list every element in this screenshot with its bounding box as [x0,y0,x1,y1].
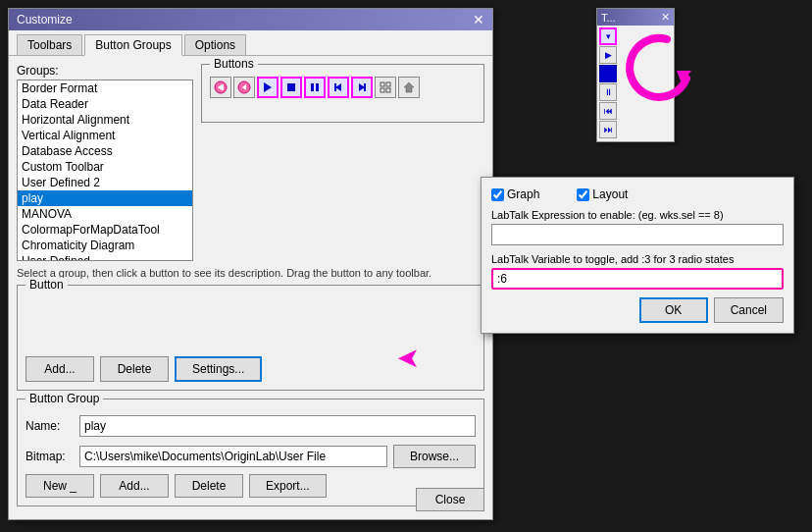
browse-button[interactable]: Browse... [393,445,476,468]
bitmap-label: Bitmap: [25,450,79,463]
svg-rect-13 [381,82,384,86]
dialog-titlebar: Customize ✕ [9,9,492,30]
svg-marker-5 [264,82,272,92]
groups-section: Groups: Border Format Data Reader Horizo… [17,64,193,261]
svg-rect-6 [287,83,295,91]
settings-checkboxes-row: Graph Layout [491,187,784,201]
bitmap-input[interactable] [79,446,387,467]
delete-button[interactable]: Delete [100,356,169,382]
buttons-section: Buttons [201,64,484,261]
svg-marker-17 [404,82,414,92]
list-item[interactable]: Chromaticity Diagram [18,238,192,253]
buttons-groupbox: Buttons [201,64,484,123]
toolbar-mini-titlebar: T... ✕ [597,9,674,26]
button-groupbox: Button Add... Delete Settings... [17,285,484,391]
arrow-indicator: ➤ [397,342,420,374]
groups-buttons-row: Groups: Border Format Data Reader Horizo… [17,64,484,261]
list-item-database-access[interactable]: Database Access [18,143,192,159]
list-item[interactable]: Data Reader [18,96,192,112]
toolbar-mini-title-text: T... [601,12,616,24]
list-item[interactable]: Horizontal Alignment [18,112,192,128]
svg-rect-10 [334,83,336,91]
new-button[interactable]: New _ [25,474,94,498]
delete-group-button[interactable]: Delete [175,474,243,498]
expression-label: LabTalk Expression to enable: (eg. wks.s… [491,209,784,221]
tm-btn-blue2[interactable]: ⏸ [599,83,617,101]
tm-btn-play[interactable]: ▶ [599,46,617,64]
btn-next[interactable] [351,77,373,98]
btn-pause[interactable] [304,77,326,98]
groups-label: Groups: [17,64,193,78]
tm-btn-blue3[interactable]: ⏮ [599,102,617,120]
list-item[interactable]: Vertical Alignment [18,128,192,143]
groups-listbox[interactable]: Border Format Data Reader Horizontal Ali… [17,80,193,261]
tab-options[interactable]: Options [184,34,246,55]
layout-checkbox[interactable] [577,188,589,201]
btn-play[interactable] [257,77,279,98]
settings-button[interactable]: Settings... [175,356,262,382]
pink-arrow-decoration [618,29,696,108]
svg-rect-12 [364,83,366,91]
name-label: Name: [25,419,79,433]
name-input[interactable] [79,415,476,437]
buttons-legend: Buttons [210,57,258,71]
button-group-legend: Button Group [25,392,103,405]
btn-home[interactable] [398,77,420,98]
tm-btn-dropdown[interactable]: ▾ [599,27,617,45]
tm-row-6: ⏭ [599,121,672,138]
customize-dialog: Customize ✕ Toolbars Button Groups Optio… [8,8,493,520]
buttons-row [210,77,476,98]
tm-btn-blue1[interactable] [599,65,617,82]
dialog-footer: Close [416,488,484,511]
settings-dialog: Graph Layout LabTalk Expression to enabl… [481,177,794,334]
svg-rect-15 [381,88,384,92]
close-button[interactable]: Close [416,488,484,511]
variable-input[interactable] [491,268,784,290]
list-item[interactable]: User Defined 2 [18,175,192,190]
cancel-button[interactable]: Cancel [714,297,784,323]
hint-text: Select a group, then click a button to s… [17,267,484,279]
list-item[interactable]: ColormapForMapDataTool [18,222,192,238]
btn-rewind[interactable] [210,77,231,98]
btn-stop[interactable] [280,77,302,98]
button-legend: Button [25,278,68,292]
list-item-play[interactable]: play [18,190,192,206]
dialog-content: Groups: Border Format Data Reader Horizo… [9,56,492,522]
add-button[interactable]: Add... [25,356,94,382]
layout-label: Layout [592,187,628,201]
settings-btn-row: OK Cancel [491,297,784,323]
add-group-button[interactable]: Add... [100,474,169,498]
list-item[interactable]: MANOVA [18,206,192,222]
svg-rect-2 [222,84,224,90]
btn-prev[interactable] [328,77,349,98]
svg-rect-16 [386,88,390,92]
variable-label: LabTalk Variable to toggle, add :3 for 3… [491,253,784,265]
btn-grid[interactable] [375,77,396,98]
group-actions-row: New _ Add... Delete Export... [25,474,476,498]
bitmap-row: Bitmap: Browse... [25,445,476,468]
list-item[interactable]: Border Format [18,80,192,96]
ok-button[interactable]: OK [639,297,708,323]
tab-button-groups[interactable]: Button Groups [84,34,181,56]
svg-rect-7 [311,83,314,91]
svg-rect-8 [316,83,319,91]
btn-back[interactable] [233,77,255,98]
dialog-close-button[interactable]: ✕ [473,13,484,27]
toolbar-mini-close[interactable]: ✕ [661,11,670,24]
name-row: Name: [25,415,476,437]
graph-label: Graph [507,187,539,201]
tm-btn-blue4[interactable]: ⏭ [599,121,617,138]
list-item[interactable]: Custom Toolbar [18,159,192,175]
tab-toolbars[interactable]: Toolbars [17,34,82,55]
svg-rect-14 [386,82,390,86]
graph-checkbox[interactable] [491,188,504,201]
layout-checkbox-label[interactable]: Layout [577,187,628,201]
expression-input[interactable] [491,224,784,245]
dialog-title: Customize [17,13,73,27]
button-group-section: Button Group Name: Bitmap: Browse... New… [17,399,484,506]
export-button[interactable]: Export... [249,474,327,498]
list-item[interactable]: User Defined [18,253,192,261]
graph-checkbox-label[interactable]: Graph [491,187,539,201]
dialog-tabs: Toolbars Button Groups Options [9,30,492,56]
